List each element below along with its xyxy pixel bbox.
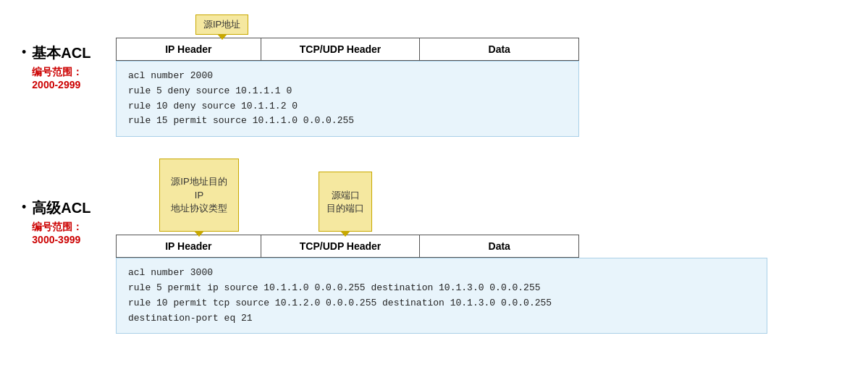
advanced-acl-callout1: 源IP地址目的IP 地址协议类型 (159, 159, 239, 232)
basic-acl-content: 源IP地址 IP Header TCP/UDP Header Data acl … (116, 14, 846, 137)
basic-th-ipheader: IP Header (117, 38, 261, 61)
advanced-acl-label: 高级ACL (32, 198, 90, 218)
basic-acl-packet-table: IP Header TCP/UDP Header Data (116, 38, 579, 61)
advanced-acl-content: 源IP地址目的IP 地址协议类型 源端口 目的端口 IP Header TCP/… (116, 159, 846, 334)
basic-acl-section: • 基本ACL 编号范围： 2000-2999 源IP地址 IP Header … (22, 14, 846, 137)
basic-acl-code: acl number 2000 rule 5 deny source 10.1.… (116, 61, 579, 137)
advanced-th-data: Data (420, 235, 579, 258)
advanced-acl-callout2: 源端口 目的端口 (319, 172, 372, 232)
basic-code-line-0: acl number 2000 (128, 69, 567, 84)
advanced-acl-packet-table: IP Header TCP/UDP Header Data (116, 235, 579, 258)
basic-acl-range: 编号范围： 2000-2999 (32, 66, 83, 90)
basic-acl-callout-row: 源IP地址 (116, 14, 256, 35)
advanced-code-line-3: destination-port eq 21 (128, 311, 755, 326)
advanced-code-line-0: acl number 3000 (128, 266, 755, 281)
packet-header-row: IP Header TCP/UDP Header Data (117, 38, 579, 61)
basic-acl-label: 基本ACL (32, 43, 90, 63)
advanced-packet-header-row: IP Header TCP/UDP Header Data (117, 235, 579, 258)
advanced-acl-section: • 高级ACL 编号范围： 3000-3999 源IP地址目的IP 地址协议类型… (22, 159, 846, 334)
advanced-acl-label-group: 高级ACL 编号范围： 3000-3999 (32, 198, 90, 245)
basic-code-line-3: rule 15 permit source 10.1.1.0 0.0.0.255 (128, 114, 567, 129)
advanced-code-line-2: rule 10 permit tcp source 10.1.2.0 0.0.0… (128, 296, 755, 311)
basic-acl-callout1: 源IP地址 (195, 14, 248, 35)
advanced-th-tcpudp: TCP/UDP Header (261, 235, 420, 258)
advanced-code-line-1: rule 5 permit ip source 10.1.1.0 0.0.0.2… (128, 281, 755, 296)
advanced-acl-range: 编号范围： 3000-3999 (32, 221, 83, 245)
advanced-acl-code: acl number 3000 rule 5 permit ip source … (116, 258, 767, 334)
bullet-icon-basic: • (22, 45, 26, 60)
advanced-th-ipheader: IP Header (117, 235, 261, 258)
bullet-icon-advanced: • (22, 200, 26, 215)
advanced-acl-title-block: • 高级ACL 编号范围： 3000-3999 (22, 159, 109, 245)
basic-th-data: Data (420, 38, 579, 61)
basic-th-tcpudp: TCP/UDP Header (261, 38, 420, 61)
advanced-acl-callout-row: 源IP地址目的IP 地址协议类型 源端口 目的端口 (116, 159, 379, 232)
basic-acl-title-block: • 基本ACL 编号范围： 2000-2999 (22, 14, 109, 90)
basic-code-line-2: rule 10 deny source 10.1.1.2 0 (128, 99, 567, 114)
basic-acl-label-group: 基本ACL 编号范围： 2000-2999 (32, 43, 90, 90)
basic-code-line-1: rule 5 deny source 10.1.1.1 0 (128, 84, 567, 99)
